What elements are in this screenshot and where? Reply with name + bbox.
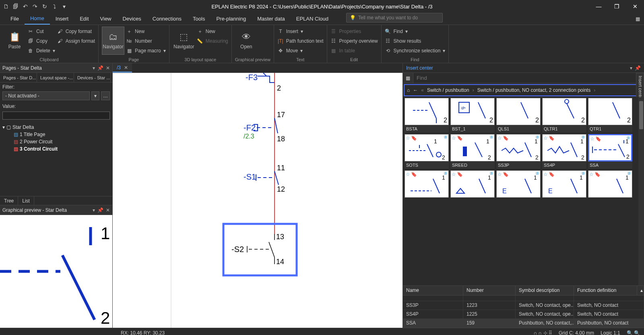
layout-measuring-button[interactable]: 📏Measuring xyxy=(197,37,228,45)
table-row[interactable]: SS3P 1223 Switch, NO contact, ope... Swi… xyxy=(403,301,644,310)
menu-file[interactable]: File xyxy=(5,13,25,25)
assign-format-button[interactable]: 🖌Assign format xyxy=(57,37,95,45)
page-navigator-button[interactable]: 🗂Navigator xyxy=(102,27,124,55)
layout-navigator-button[interactable]: ⬚Navigator xyxy=(173,27,195,55)
tab-pages[interactable]: Pages - Star D... xyxy=(0,73,37,82)
panel-pin-icon[interactable]: 📌 xyxy=(635,65,641,71)
tab-layout-space[interactable]: Layout space -... xyxy=(37,73,74,82)
symbol-card-row3-1[interactable]: ☆🔖⑧1 xyxy=(405,170,449,198)
tab-devices[interactable]: Devices - Star ... xyxy=(74,73,111,82)
page-macro-button[interactable]: ▦Page macro ▾ xyxy=(126,47,166,55)
maximize-button[interactable]: ❐ xyxy=(608,0,626,13)
minimize-button[interactable]: — xyxy=(590,0,608,13)
header-desc[interactable]: Symbol description xyxy=(516,286,574,295)
page-new-button[interactable]: ＋New xyxy=(126,27,166,35)
symbol-card-row3-4[interactable]: ☆🔖⑧1E xyxy=(542,170,586,198)
header-number[interactable]: Number xyxy=(463,286,516,295)
symbol-card-bsta[interactable]: 2 BSTA xyxy=(405,98,449,132)
tree-item-title-page[interactable]: ▤1 Title Page xyxy=(14,131,110,138)
copy-button[interactable]: 🗐Copy xyxy=(27,37,55,45)
breadcrumb-level-2[interactable]: Switch / pushbutton, NO contact, 2 conne… xyxy=(477,87,591,93)
filter-dropdown-button[interactable]: ▾ xyxy=(91,91,99,100)
panel-dropdown-icon[interactable]: ▾ xyxy=(93,207,95,213)
symbol-card-ss3p[interactable]: ☆🔖⑧12 SS3P xyxy=(496,134,541,169)
symbol-card-qtr1[interactable]: 2 QTR1 xyxy=(588,98,632,132)
symbol-card-row3-3[interactable]: ☆🔖⑧1E xyxy=(496,170,541,198)
close-button[interactable]: ✕ xyxy=(626,0,644,13)
symbol-card-bst1[interactable]: ሁ2 BST_1 xyxy=(450,98,495,132)
document-tab[interactable]: /3 ✕ xyxy=(113,63,132,72)
delete-button[interactable]: 🗑Delete ▾ xyxy=(27,47,55,55)
search-options-icon[interactable]: ▦ xyxy=(403,73,413,83)
symbol-card-qltr1[interactable]: 2 QLTR1 xyxy=(542,98,586,132)
tree-item-power-circuit[interactable]: ▤2 Power Circuit xyxy=(14,138,110,145)
home-icon[interactable]: ⌂ xyxy=(407,87,410,93)
open-preview-button[interactable]: 👁Open xyxy=(235,27,258,55)
qat-new-icon[interactable]: 🗋 xyxy=(2,3,10,10)
menu-view[interactable]: View xyxy=(95,13,117,25)
symbol-card-sots[interactable]: ☆🔖⑧12 SOTS xyxy=(405,134,449,169)
menu-preplanning[interactable]: Pre-planning xyxy=(211,13,252,25)
filter-select[interactable]: - Not activated - xyxy=(2,91,90,100)
schematic-canvas[interactable]: -F3 2 -F2 /2.3 17 18 -S1 11 12 xyxy=(113,73,402,328)
symbol-card-ss4p[interactable]: ☆🔖⑧12 SS4P xyxy=(542,134,586,169)
symbol-card-qls1[interactable]: 2 QLS1 xyxy=(496,98,541,132)
menu-eplancloud[interactable]: EPLAN Cloud xyxy=(291,13,334,25)
copy-format-button[interactable]: 🖌Copy format xyxy=(57,27,95,35)
menu-home[interactable]: Home xyxy=(25,13,50,25)
symbol-card-row3-2[interactable]: ☆🔖⑧1 xyxy=(450,170,495,198)
subtab-tree[interactable]: Tree xyxy=(0,196,18,205)
collapse-icon[interactable]: ▾ xyxy=(2,124,5,130)
panel-dropdown-icon[interactable]: ▾ xyxy=(93,65,95,71)
tell-me-search[interactable]: 💡 Tell me what you want to do xyxy=(346,13,443,23)
qat-import-icon[interactable]: ⤵ xyxy=(51,3,58,10)
symbol-scrollbar[interactable] xyxy=(638,97,644,285)
tree-root[interactable]: ▾ ▢ Star Delta xyxy=(2,124,110,131)
qat-copy-icon[interactable]: 🗐 xyxy=(12,3,19,10)
path-function-text-button[interactable]: |T|Path function text xyxy=(277,37,324,45)
table-row-selected[interactable]: SSA 159 Pushbutton, NO contact,... Pushb… xyxy=(403,319,644,328)
move-text-button[interactable]: ✥Move ▾ xyxy=(277,47,324,55)
filter-more-button[interactable]: … xyxy=(101,91,110,100)
panel-pin-icon[interactable]: 📌 xyxy=(97,207,103,213)
menu-tools[interactable]: Tools xyxy=(187,13,211,25)
panel-close-icon[interactable]: ✕ xyxy=(106,65,110,71)
property-overview-button[interactable]: ☷Property overview xyxy=(330,37,378,45)
menu-edit[interactable]: Edit xyxy=(74,13,94,25)
menu-devices[interactable]: Devices xyxy=(117,13,147,25)
table-row-partial[interactable] xyxy=(403,296,644,301)
paste-button[interactable]: 📋Paste xyxy=(3,27,26,55)
status-snap-icons[interactable]: ∩ ∩ ⊹ ⠿ xyxy=(534,330,552,335)
qat-dropdown-icon[interactable]: ▾ xyxy=(60,3,68,10)
menu-connections[interactable]: Connections xyxy=(147,13,187,25)
properties-button[interactable]: ☰Properties xyxy=(330,27,378,35)
text-insert-button[interactable]: TInsert ▾ xyxy=(277,27,324,35)
panel-pin-icon[interactable]: 📌 xyxy=(97,65,103,71)
qat-undo-icon[interactable]: ↶ xyxy=(22,3,29,10)
show-results-button[interactable]: ☷Show results xyxy=(385,37,446,45)
status-grid[interactable]: Grid C: 4.00 mm xyxy=(559,330,594,335)
back-icon[interactable]: ← xyxy=(413,87,418,93)
close-tab-icon[interactable]: ✕ xyxy=(124,65,128,70)
header-func[interactable]: Function definition xyxy=(574,286,637,295)
subtab-list[interactable]: List xyxy=(18,196,34,205)
find-input[interactable] xyxy=(413,73,634,83)
sync-selection-button[interactable]: ⟲Synchronize selection ▾ xyxy=(385,47,446,55)
page-number-button[interactable]: №Number xyxy=(126,37,166,45)
qat-redo-icon[interactable]: ↷ xyxy=(31,3,39,10)
header-name[interactable]: Name xyxy=(403,286,463,295)
layout-new-button[interactable]: ＋New xyxy=(197,27,228,35)
panel-dropdown-icon[interactable]: ▾ xyxy=(630,65,632,71)
table-row[interactable]: SS4P 1225 Switch, NO contact, ope... Swi… xyxy=(403,310,644,319)
status-zoom-icons[interactable]: 🔍 🔍 xyxy=(627,330,640,335)
menu-insert[interactable]: Insert xyxy=(50,13,74,25)
cut-button[interactable]: ✂Cut xyxy=(27,27,55,35)
symbol-card-sreed[interactable]: ☆🔖⑧12 SREED xyxy=(450,134,495,169)
symbol-card-ssa[interactable]: ☆🔖⑧12 SSA xyxy=(588,134,632,169)
in-table-button[interactable]: ▦In table xyxy=(330,47,378,55)
value-input[interactable] xyxy=(2,112,110,120)
breadcrumb-level-1[interactable]: Switch / pushbutton xyxy=(427,87,469,93)
ribbon-options-icon[interactable]: ▦ xyxy=(636,13,640,25)
menu-masterdata[interactable]: Master data xyxy=(252,13,291,25)
qat-refresh-icon[interactable]: ↻ xyxy=(41,3,48,10)
